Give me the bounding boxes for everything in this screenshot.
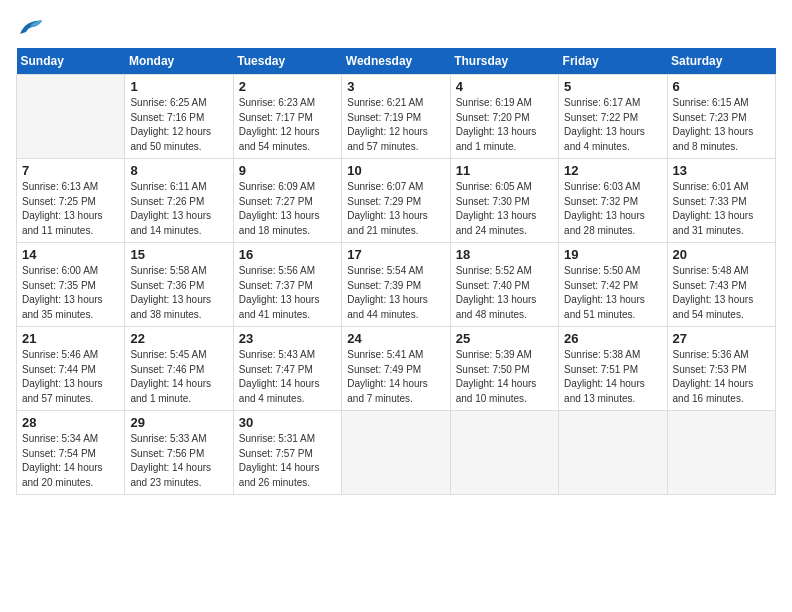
day-number: 21 <box>22 331 119 346</box>
day-number: 30 <box>239 415 336 430</box>
day-info: Sunrise: 5:41 AMSunset: 7:49 PMDaylight:… <box>347 348 444 406</box>
calendar-cell: 24Sunrise: 5:41 AMSunset: 7:49 PMDayligh… <box>342 327 450 411</box>
day-number: 10 <box>347 163 444 178</box>
day-info: Sunrise: 6:07 AMSunset: 7:29 PMDaylight:… <box>347 180 444 238</box>
day-number: 7 <box>22 163 119 178</box>
day-info: Sunrise: 6:05 AMSunset: 7:30 PMDaylight:… <box>456 180 553 238</box>
day-number: 28 <box>22 415 119 430</box>
day-info: Sunrise: 6:01 AMSunset: 7:33 PMDaylight:… <box>673 180 770 238</box>
calendar-cell: 14Sunrise: 6:00 AMSunset: 7:35 PMDayligh… <box>17 243 125 327</box>
logo-icon <box>16 16 44 38</box>
calendar-cell: 16Sunrise: 5:56 AMSunset: 7:37 PMDayligh… <box>233 243 341 327</box>
day-info: Sunrise: 5:52 AMSunset: 7:40 PMDaylight:… <box>456 264 553 322</box>
weekday-header-wednesday: Wednesday <box>342 48 450 75</box>
day-info: Sunrise: 5:39 AMSunset: 7:50 PMDaylight:… <box>456 348 553 406</box>
day-info: Sunrise: 5:36 AMSunset: 7:53 PMDaylight:… <box>673 348 770 406</box>
day-info: Sunrise: 5:50 AMSunset: 7:42 PMDaylight:… <box>564 264 661 322</box>
day-info: Sunrise: 6:13 AMSunset: 7:25 PMDaylight:… <box>22 180 119 238</box>
day-info: Sunrise: 5:34 AMSunset: 7:54 PMDaylight:… <box>22 432 119 490</box>
calendar-cell: 20Sunrise: 5:48 AMSunset: 7:43 PMDayligh… <box>667 243 775 327</box>
day-info: Sunrise: 6:23 AMSunset: 7:17 PMDaylight:… <box>239 96 336 154</box>
calendar-cell: 9Sunrise: 6:09 AMSunset: 7:27 PMDaylight… <box>233 159 341 243</box>
day-info: Sunrise: 5:33 AMSunset: 7:56 PMDaylight:… <box>130 432 227 490</box>
calendar-cell: 2Sunrise: 6:23 AMSunset: 7:17 PMDaylight… <box>233 75 341 159</box>
calendar-cell: 22Sunrise: 5:45 AMSunset: 7:46 PMDayligh… <box>125 327 233 411</box>
day-number: 13 <box>673 163 770 178</box>
day-info: Sunrise: 5:46 AMSunset: 7:44 PMDaylight:… <box>22 348 119 406</box>
day-number: 9 <box>239 163 336 178</box>
weekday-header-thursday: Thursday <box>450 48 558 75</box>
calendar-cell: 17Sunrise: 5:54 AMSunset: 7:39 PMDayligh… <box>342 243 450 327</box>
day-number: 17 <box>347 247 444 262</box>
calendar-cell: 1Sunrise: 6:25 AMSunset: 7:16 PMDaylight… <box>125 75 233 159</box>
calendar-cell: 29Sunrise: 5:33 AMSunset: 7:56 PMDayligh… <box>125 411 233 495</box>
calendar-cell: 23Sunrise: 5:43 AMSunset: 7:47 PMDayligh… <box>233 327 341 411</box>
calendar-cell: 26Sunrise: 5:38 AMSunset: 7:51 PMDayligh… <box>559 327 667 411</box>
weekday-header-monday: Monday <box>125 48 233 75</box>
day-info: Sunrise: 6:19 AMSunset: 7:20 PMDaylight:… <box>456 96 553 154</box>
day-number: 26 <box>564 331 661 346</box>
calendar-cell: 18Sunrise: 5:52 AMSunset: 7:40 PMDayligh… <box>450 243 558 327</box>
calendar-cell <box>17 75 125 159</box>
calendar-cell: 25Sunrise: 5:39 AMSunset: 7:50 PMDayligh… <box>450 327 558 411</box>
weekday-header-saturday: Saturday <box>667 48 775 75</box>
day-number: 8 <box>130 163 227 178</box>
day-number: 2 <box>239 79 336 94</box>
day-info: Sunrise: 5:58 AMSunset: 7:36 PMDaylight:… <box>130 264 227 322</box>
day-info: Sunrise: 5:54 AMSunset: 7:39 PMDaylight:… <box>347 264 444 322</box>
week-row-1: 1Sunrise: 6:25 AMSunset: 7:16 PMDaylight… <box>17 75 776 159</box>
calendar-cell <box>450 411 558 495</box>
day-info: Sunrise: 6:11 AMSunset: 7:26 PMDaylight:… <box>130 180 227 238</box>
day-number: 29 <box>130 415 227 430</box>
day-number: 4 <box>456 79 553 94</box>
day-number: 5 <box>564 79 661 94</box>
calendar-cell: 11Sunrise: 6:05 AMSunset: 7:30 PMDayligh… <box>450 159 558 243</box>
weekday-header-sunday: Sunday <box>17 48 125 75</box>
day-info: Sunrise: 6:17 AMSunset: 7:22 PMDaylight:… <box>564 96 661 154</box>
calendar-cell <box>559 411 667 495</box>
calendar-cell: 12Sunrise: 6:03 AMSunset: 7:32 PMDayligh… <box>559 159 667 243</box>
calendar-cell: 6Sunrise: 6:15 AMSunset: 7:23 PMDaylight… <box>667 75 775 159</box>
calendar-cell <box>667 411 775 495</box>
day-info: Sunrise: 6:03 AMSunset: 7:32 PMDaylight:… <box>564 180 661 238</box>
calendar-cell: 21Sunrise: 5:46 AMSunset: 7:44 PMDayligh… <box>17 327 125 411</box>
day-info: Sunrise: 6:00 AMSunset: 7:35 PMDaylight:… <box>22 264 119 322</box>
calendar-cell: 5Sunrise: 6:17 AMSunset: 7:22 PMDaylight… <box>559 75 667 159</box>
day-number: 22 <box>130 331 227 346</box>
day-number: 24 <box>347 331 444 346</box>
calendar-cell: 19Sunrise: 5:50 AMSunset: 7:42 PMDayligh… <box>559 243 667 327</box>
day-info: Sunrise: 6:15 AMSunset: 7:23 PMDaylight:… <box>673 96 770 154</box>
logo <box>16 16 48 38</box>
day-number: 16 <box>239 247 336 262</box>
calendar-cell: 15Sunrise: 5:58 AMSunset: 7:36 PMDayligh… <box>125 243 233 327</box>
calendar-cell: 3Sunrise: 6:21 AMSunset: 7:19 PMDaylight… <box>342 75 450 159</box>
day-info: Sunrise: 5:31 AMSunset: 7:57 PMDaylight:… <box>239 432 336 490</box>
day-info: Sunrise: 5:38 AMSunset: 7:51 PMDaylight:… <box>564 348 661 406</box>
day-number: 1 <box>130 79 227 94</box>
day-number: 6 <box>673 79 770 94</box>
weekday-header-friday: Friday <box>559 48 667 75</box>
calendar-cell: 4Sunrise: 6:19 AMSunset: 7:20 PMDaylight… <box>450 75 558 159</box>
calendar-cell: 27Sunrise: 5:36 AMSunset: 7:53 PMDayligh… <box>667 327 775 411</box>
day-number: 11 <box>456 163 553 178</box>
day-number: 12 <box>564 163 661 178</box>
day-info: Sunrise: 5:45 AMSunset: 7:46 PMDaylight:… <box>130 348 227 406</box>
calendar-cell <box>342 411 450 495</box>
week-row-5: 28Sunrise: 5:34 AMSunset: 7:54 PMDayligh… <box>17 411 776 495</box>
day-info: Sunrise: 6:21 AMSunset: 7:19 PMDaylight:… <box>347 96 444 154</box>
day-info: Sunrise: 6:09 AMSunset: 7:27 PMDaylight:… <box>239 180 336 238</box>
day-info: Sunrise: 5:43 AMSunset: 7:47 PMDaylight:… <box>239 348 336 406</box>
day-number: 19 <box>564 247 661 262</box>
day-number: 15 <box>130 247 227 262</box>
week-row-3: 14Sunrise: 6:00 AMSunset: 7:35 PMDayligh… <box>17 243 776 327</box>
weekday-header-tuesday: Tuesday <box>233 48 341 75</box>
day-number: 25 <box>456 331 553 346</box>
day-number: 14 <box>22 247 119 262</box>
calendar-cell: 30Sunrise: 5:31 AMSunset: 7:57 PMDayligh… <box>233 411 341 495</box>
calendar-cell: 7Sunrise: 6:13 AMSunset: 7:25 PMDaylight… <box>17 159 125 243</box>
calendar-cell: 28Sunrise: 5:34 AMSunset: 7:54 PMDayligh… <box>17 411 125 495</box>
week-row-4: 21Sunrise: 5:46 AMSunset: 7:44 PMDayligh… <box>17 327 776 411</box>
weekday-header-row: SundayMondayTuesdayWednesdayThursdayFrid… <box>17 48 776 75</box>
day-number: 18 <box>456 247 553 262</box>
page-header <box>16 16 776 38</box>
